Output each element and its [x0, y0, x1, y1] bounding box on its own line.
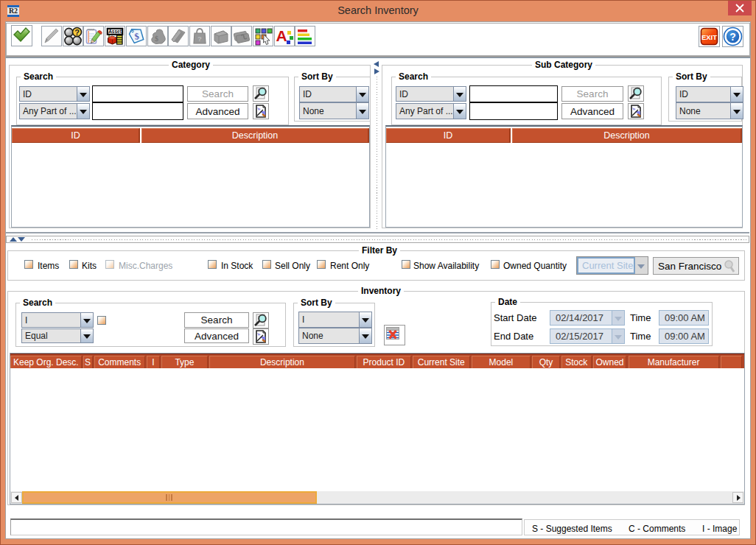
- svg-text:EXIT: EXIT: [701, 33, 717, 41]
- svg-text:A: A: [276, 27, 287, 44]
- svg-text:$: $: [155, 35, 158, 43]
- svg-text:Asset: Asset: [108, 29, 122, 34]
- svg-text:?: ?: [74, 28, 80, 37]
- svg-text:?: ?: [197, 35, 202, 43]
- svg-text:?: ?: [729, 31, 736, 43]
